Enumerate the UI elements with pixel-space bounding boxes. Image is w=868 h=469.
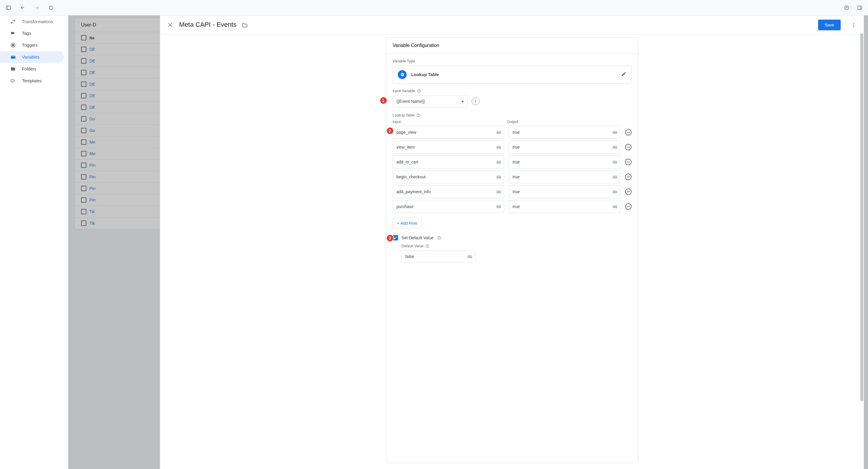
svg-point-17 [854,23,854,24]
variable-picker-icon[interactable]: + [465,251,475,262]
default-value-label: Default Value [402,244,631,248]
input-variable-label: Input Variable [393,89,631,93]
svg-rect-59 [498,190,499,191]
lookup-row [393,141,631,154]
lookup-output-wrap [509,126,620,139]
svg-rect-51 [498,175,499,176]
svg-rect-40 [616,146,616,147]
variable-picker-icon[interactable] [610,185,620,198]
remove-row-button[interactable] [625,188,631,195]
input-variable-select[interactable]: {{Event Name}} ▾ [393,95,468,107]
lookup-row [393,170,631,183]
svg-rect-39 [614,146,615,147]
lookup-input-field[interactable] [393,141,494,153]
sidebar-item-variables[interactable]: Variables [0,51,64,63]
variable-editor-panel: Meta CAPI - Events Save Variable Configu… [160,16,864,469]
lookup-output-field[interactable] [509,200,610,213]
remove-row-button[interactable] [625,129,631,136]
lookup-output-field[interactable] [509,126,610,139]
svg-rect-28 [500,131,500,132]
sidebar-item-label: Variables [22,55,39,59]
sidebar-item-label: Folders [22,66,36,71]
svg-rect-70 [613,205,613,206]
forward-icon [34,5,40,11]
sidebar-item-triggers[interactable]: Triggers [0,39,64,51]
lookup-input-field[interactable] [393,171,494,183]
help-icon[interactable] [417,89,421,93]
lookup-input-field[interactable] [393,156,494,168]
svg-rect-45 [613,162,617,164]
extensions-icon[interactable] [844,5,849,11]
variable-picker-icon[interactable] [610,126,620,139]
default-value-input[interactable] [402,254,465,259]
panel-header: Meta CAPI - Events Save [160,16,864,35]
help-icon[interactable] [416,113,421,117]
lookup-output-wrap [509,170,620,183]
svg-rect-63 [614,190,615,191]
help-icon[interactable] [437,236,441,240]
config-card-title: Variable Configuration [386,37,638,54]
variable-picker-icon[interactable] [494,156,504,168]
sidebar-item-folders[interactable]: Folders [0,63,64,75]
lookup-output-field[interactable] [509,171,610,183]
svg-rect-43 [498,160,499,162]
info-icon[interactable]: i [472,97,479,105]
reload-icon[interactable] [48,5,54,11]
remove-row-button[interactable] [625,174,631,180]
variable-type-label: Variable Type [393,59,631,63]
scrollbar-thumb[interactable] [860,33,863,401]
svg-rect-7 [858,6,862,9]
add-row-button[interactable]: + Add Row [393,218,422,229]
variable-picker-icon[interactable] [494,185,504,198]
edit-type-icon[interactable] [621,71,626,78]
remove-row-button[interactable] [625,159,631,165]
variable-picker-icon[interactable] [610,171,620,183]
save-button[interactable]: Save [818,20,841,30]
lookup-output-field[interactable] [509,156,610,168]
more-menu-icon[interactable] [850,21,857,29]
sidebar-item-transformations[interactable]: Transformations [0,16,64,27]
panel-title[interactable]: Meta CAPI - Events [179,21,237,29]
lookup-table-label: Lookup Table [393,113,631,117]
lookup-input-field[interactable] [393,126,494,139]
svg-rect-11 [11,56,16,59]
remove-row-button[interactable] [625,203,631,210]
lookup-row [393,155,631,169]
lookup-output-field[interactable] [509,185,610,198]
svg-rect-48 [616,160,616,162]
lookup-input-wrap [393,185,504,198]
svg-point-74 [439,238,439,239]
svg-rect-26 [497,131,497,132]
svg-point-19 [854,26,854,27]
help-icon[interactable] [425,244,430,248]
sidebar-item-templates[interactable]: Templates [0,75,64,87]
close-icon[interactable] [167,21,174,29]
svg-rect-14 [14,56,14,56]
variable-picker-icon[interactable] [610,141,620,153]
sidebar-item-tags[interactable]: Tags [0,27,64,39]
svg-rect-29 [613,132,617,134]
sidebar-toggle-icon[interactable] [5,5,11,11]
lookup-output-field[interactable] [509,141,610,153]
variable-picker-icon[interactable] [494,200,504,213]
variable-picker-icon[interactable] [494,126,504,139]
variable-type-row[interactable]: Lookup Table [393,66,631,84]
svg-rect-57 [496,191,501,194]
lookup-input-field[interactable] [393,200,494,213]
variable-picker-icon[interactable] [494,141,504,153]
sidebar-item-label: Tags [22,31,31,36]
variable-picker-icon[interactable] [610,156,620,168]
svg-rect-72 [616,205,616,206]
svg-point-18 [854,25,854,26]
variable-picker-icon[interactable] [494,171,504,183]
lookup-row [393,200,631,213]
input-column-header: Input [393,120,502,124]
remove-row-button[interactable] [625,144,631,150]
svg-rect-42 [497,160,497,162]
default-value-input-wrap: + [402,251,475,262]
variable-picker-icon[interactable] [610,200,620,213]
folder-icon[interactable] [242,22,248,28]
lookup-input-field[interactable] [393,185,494,198]
back-icon[interactable] [20,5,26,11]
panel-toggle-icon[interactable] [857,5,863,11]
